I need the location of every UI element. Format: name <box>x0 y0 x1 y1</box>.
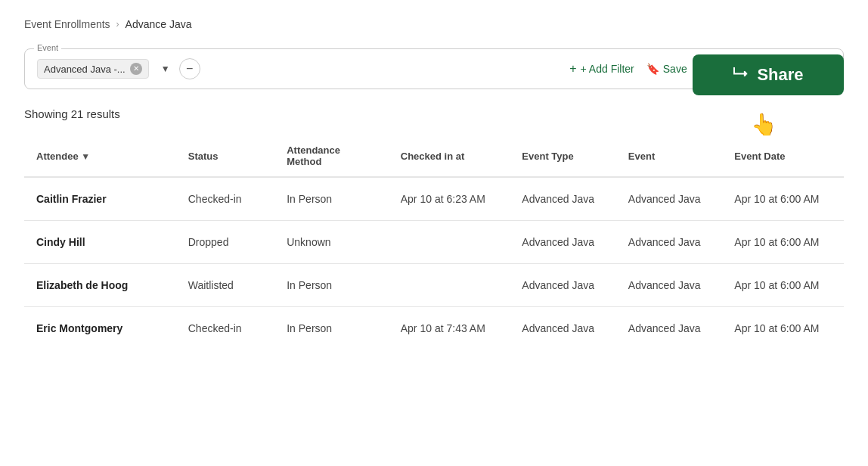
col-header-attendee[interactable]: Attendee ▼ <box>24 135 176 177</box>
cell-event_date: Apr 10 at 6:00 AM <box>722 177 844 221</box>
cell-checked_in_at <box>389 264 510 307</box>
cell-status: Checked-in <box>176 177 274 221</box>
add-filter-button[interactable]: + + Add Filter <box>569 62 634 76</box>
share-button-label: Share <box>757 65 803 85</box>
cell-attendance_method: In Person <box>274 177 389 221</box>
cell-status: Checked-in <box>176 307 274 350</box>
col-header-event[interactable]: Event <box>616 135 723 177</box>
enrollments-table: Attendee ▼ Status Attendance Method Chec… <box>24 135 844 350</box>
col-header-status[interactable]: Status <box>176 135 274 177</box>
cell-checked_in_at <box>389 221 510 264</box>
table-header-row: Attendee ▼ Status Attendance Method Chec… <box>24 135 844 177</box>
share-button[interactable]: ⮡ Share <box>693 54 844 95</box>
filter-remove-button[interactable]: − <box>179 58 200 79</box>
cell-event_type: Advanced Java <box>510 307 616 350</box>
save-button[interactable]: 🔖 Save <box>646 63 687 75</box>
share-icon: ⮡ <box>733 67 748 84</box>
col-header-attendance[interactable]: Attendance Method <box>274 135 389 177</box>
cell-event: Advanced Java <box>616 307 723 350</box>
cell-attendee: Caitlin Frazier <box>24 177 176 221</box>
cell-attendee: Eric Montgomery <box>24 307 176 350</box>
sort-icon: ▼ <box>81 151 90 162</box>
cell-attendance_method: In Person <box>274 307 389 350</box>
save-label: Save <box>663 63 687 75</box>
filter-dropdown-arrow-icon[interactable]: ▼ <box>161 64 170 74</box>
filter-tag-close-icon[interactable]: ✕ <box>130 63 142 75</box>
cell-status: Waitlisted <box>176 264 274 307</box>
filter-label: Event <box>34 43 61 52</box>
col-header-eventdate[interactable]: Event Date <box>722 135 844 177</box>
add-filter-label: + Add Filter <box>581 63 634 75</box>
cell-event_date: Apr 10 at 6:00 AM <box>722 307 844 350</box>
bookmark-save-icon: 🔖 <box>646 63 659 75</box>
cell-status: Dropped <box>176 221 274 264</box>
col-header-eventtype[interactable]: Event Type <box>510 135 616 177</box>
cell-event_date: Apr 10 at 6:00 AM <box>722 221 844 264</box>
cell-event: Advanced Java <box>616 264 723 307</box>
cell-event_type: Advanced Java <box>510 264 616 307</box>
cell-checked_in_at: Apr 10 at 6:23 AM <box>389 177 510 221</box>
cell-event_date: Apr 10 at 6:00 AM <box>722 264 844 307</box>
cell-event_type: Advanced Java <box>510 177 616 221</box>
table-row: Elizabeth de HoogWaitlistedIn PersonAdva… <box>24 264 844 307</box>
plus-icon: + <box>569 62 576 76</box>
table-row: Eric MontgomeryChecked-inIn PersonApr 10… <box>24 307 844 350</box>
cell-attendee: Cindy Hill <box>24 221 176 264</box>
cell-attendance_method: Unknown <box>274 221 389 264</box>
cell-attendance_method: In Person <box>274 264 389 307</box>
breadcrumb-separator: › <box>116 19 119 30</box>
breadcrumb: Event Enrollments › Advance Java <box>24 18 844 30</box>
filter-tag[interactable]: Advanced Java -... ✕ <box>37 59 149 79</box>
results-count: Showing 21 results <box>24 107 844 120</box>
cell-event: Advanced Java <box>616 177 723 221</box>
filter-tag-value: Advanced Java -... <box>44 64 126 75</box>
breadcrumb-parent[interactable]: Event Enrollments <box>24 18 110 30</box>
cell-event_type: Advanced Java <box>510 221 616 264</box>
cell-event: Advanced Java <box>616 221 723 264</box>
cell-checked_in_at: Apr 10 at 7:43 AM <box>389 307 510 350</box>
table-row: Cindy HillDroppedUnknownAdvanced JavaAdv… <box>24 221 844 264</box>
col-header-checkedin[interactable]: Checked in at <box>389 135 510 177</box>
cell-attendee: Elizabeth de Hoog <box>24 264 176 307</box>
table-row: Caitlin FrazierChecked-inIn PersonApr 10… <box>24 177 844 221</box>
breadcrumb-current: Advance Java <box>126 18 192 30</box>
